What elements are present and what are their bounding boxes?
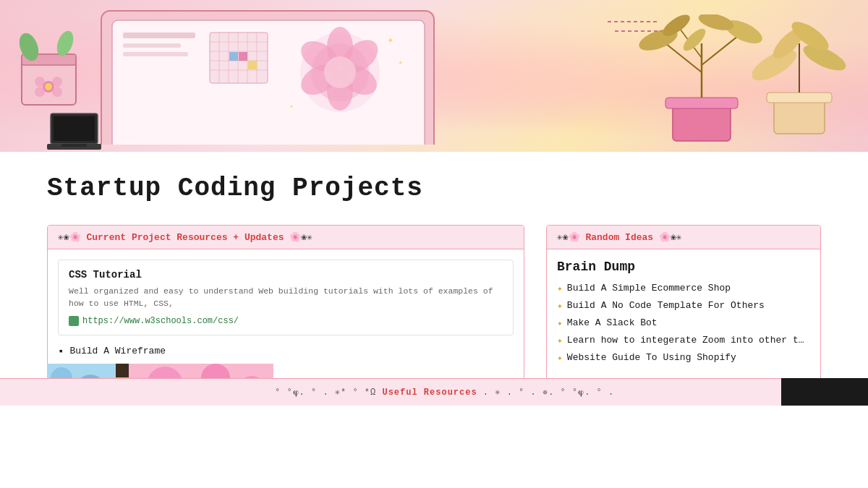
idea-star-1: ✦ (557, 283, 563, 294)
idea-item-5: ✦ Website Guide To Using Shopify (557, 352, 810, 364)
svg-point-6 (52, 87, 62, 97)
bottom-bar-text: ° °𝛗. ° . ✳* ° *Ω Useful Resources . ✳ .… (275, 387, 614, 398)
idea-star-2: ✦ (557, 300, 563, 312)
idea-item-1: ✦ Build A Simple Ecommerce Shop (557, 283, 810, 294)
random-ideas-section: ✳❀🌸 Random Ideas 🌸❀✳ Brain Dump ✦ Build … (546, 225, 821, 380)
current-project-header: ✳❀🌸 Current Project Resources + Updates … (48, 226, 524, 249)
svg-rect-52 (767, 93, 832, 103)
css-tutorial-card[interactable]: CSS Tutorial Well organized and easy to … (58, 260, 514, 335)
flower-decoration (14, 11, 87, 112)
random-ideas-title: Random Ideas (585, 232, 653, 243)
svg-rect-61 (54, 116, 95, 141)
current-project-title: Current Project Resources + Updates (86, 232, 284, 243)
svg-rect-25 (229, 52, 238, 61)
svg-rect-63 (61, 144, 87, 147)
right-column: ✳❀🌸 Random Ideas 🌸❀✳ Brain Dump ✦ Build … (546, 225, 821, 391)
svg-point-7 (45, 83, 52, 90)
ideas-header-suffix: 🌸❀✳ (653, 232, 681, 243)
deco-lines (608, 18, 665, 47)
header-illustration: ✦ ✦ ✦ (0, 0, 868, 152)
header-prefix: ✳❀🌸 (58, 232, 86, 243)
bottom-bar-highlight: Useful Resources (382, 388, 477, 398)
brain-dump-title: Brain Dump (557, 260, 810, 274)
svg-rect-27 (248, 61, 257, 69)
svg-rect-14 (123, 52, 188, 56)
idea-star-5: ✦ (557, 352, 563, 364)
bottom-bar: ° °𝛗. ° . ✳* ° *Ω Useful Resources . ✳ .… (0, 378, 868, 406)
svg-point-50 (680, 25, 709, 54)
page-title: Startup Coding Projects (47, 174, 821, 203)
svg-line-44 (702, 36, 738, 65)
idea-item-4: ✦ Learn how to integerate Zoom into othe… (557, 335, 810, 346)
laptop-icon (47, 112, 101, 155)
css-tutorial-title: CSS Tutorial (69, 269, 503, 281)
header-suffix: 🌸❀✳ (284, 232, 312, 243)
svg-point-5 (35, 87, 45, 97)
svg-point-36 (324, 56, 356, 88)
idea-star-3: ✦ (557, 317, 563, 329)
main-content: Startup Coding Projects ✳❀🌸 Current Proj… (0, 152, 868, 406)
svg-rect-26 (239, 52, 247, 61)
ideas-header-prefix: ✳❀🌸 (557, 232, 585, 243)
svg-text:✦: ✦ (289, 103, 294, 111)
svg-point-4 (52, 77, 62, 87)
plant2-decoration (752, 7, 854, 137)
css-tutorial-desc: Well organized and easy to understand We… (69, 285, 503, 310)
random-ideas-body: Brain Dump ✦ Build A Simple Ecommerce Sh… (547, 249, 820, 380)
svg-point-3 (35, 77, 45, 87)
laptop-screen: ✦ ✦ ✦ (87, 7, 463, 145)
bottom-right-bar (781, 378, 868, 406)
css-tutorial-url[interactable]: https://www.w3schools.com/css/ (69, 316, 503, 326)
idea-star-4: ✦ (557, 335, 563, 346)
svg-rect-13 (123, 43, 181, 48)
bullet-item-1: Build A Wireframe (58, 346, 514, 357)
svg-rect-12 (123, 33, 195, 38)
svg-text:✦: ✦ (398, 58, 403, 68)
random-ideas-header: ✳❀🌸 Random Ideas 🌸❀✳ (547, 226, 820, 249)
svg-text:✦: ✦ (387, 34, 394, 47)
idea-item-2: ✦ Build A No Code Template For Others (557, 300, 810, 312)
svg-rect-41 (665, 98, 738, 108)
idea-item-3: ✦ Make A Slack Bot (557, 317, 810, 329)
